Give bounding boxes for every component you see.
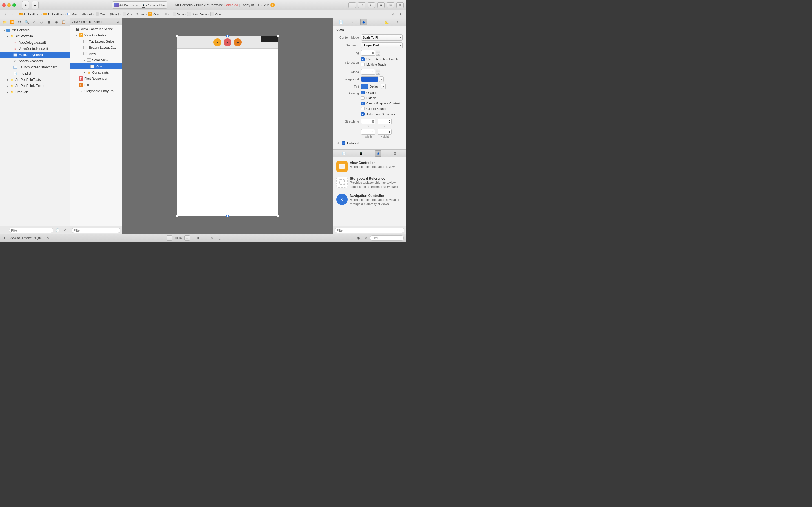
obj-lib-search[interactable]: [335, 228, 404, 233]
insp-identity[interactable]: ◉: [360, 19, 367, 25]
hidden-checkbox[interactable]: [361, 96, 364, 100]
stretch-w-input[interactable]: 1: [361, 129, 375, 135]
canvas[interactable]: ● ● ●: [122, 18, 333, 234]
obj-lib-navcontroller[interactable]: ‹ Navigation Controller A controller tha…: [335, 193, 404, 208]
obj-lib-tab-2[interactable]: 📱: [357, 151, 364, 157]
scene-item-entrypoint[interactable]: → Storyboard Entry Poi...: [70, 88, 122, 94]
bottom-zoom-btn[interactable]: ⬚: [216, 235, 223, 241]
nav-search-icon[interactable]: 🔍: [24, 19, 30, 25]
insp-size[interactable]: 📐: [383, 19, 390, 25]
nav-filter-recent[interactable]: 🕐: [54, 228, 61, 233]
nav-folder-icon[interactable]: 📁: [2, 19, 8, 25]
stop-button[interactable]: ■: [32, 1, 39, 9]
scene-item-scene[interactable]: 🎬 View Controller Scene: [70, 26, 122, 32]
insp-attributes[interactable]: ⊟: [372, 19, 378, 25]
bottom-grid-btn[interactable]: ⊞: [195, 235, 201, 241]
nav-item-artportfolio[interactable]: 📁 Art Portfolio: [0, 33, 70, 40]
bc-view[interactable]: View: [172, 12, 184, 16]
view-as-icon[interactable]: ⊡: [2, 235, 8, 241]
nav-debug-icon[interactable]: ▣: [46, 19, 52, 25]
obj-lib-tab-3[interactable]: ◉: [375, 151, 382, 157]
scene-item-scrollview[interactable]: Scroll View: [70, 57, 122, 63]
run-button[interactable]: ▶: [22, 1, 29, 9]
bc-scroll-view[interactable]: Scroll View: [187, 12, 207, 16]
scene-item-view2[interactable]: View: [70, 63, 122, 69]
semantic-select[interactable]: Unspecified: [361, 42, 403, 48]
tag-input[interactable]: 0: [361, 50, 375, 56]
scene-item-vc[interactable]: V View Controller: [70, 32, 122, 38]
insp-quick-help[interactable]: ?: [349, 19, 356, 25]
bottom-lib-icon-3[interactable]: ◉: [355, 235, 361, 241]
background-dropdown[interactable]: ▼: [379, 76, 384, 82]
view-toggle-1[interactable]: ▣: [377, 2, 385, 8]
installed-checkbox[interactable]: [342, 142, 345, 145]
bc-view-2[interactable]: View: [210, 12, 221, 16]
bottom-lib-icon-2[interactable]: ⊟: [348, 235, 354, 241]
close-button[interactable]: [2, 3, 6, 7]
view-toggle-2[interactable]: ▤: [387, 2, 394, 8]
multiple-touch-checkbox[interactable]: [361, 63, 364, 66]
nav-item-viewcontroller[interactable]: S ViewController.swift: [0, 46, 70, 52]
nav-item-infoplist[interactable]: 📄 Info.plist: [0, 70, 70, 76]
tint-dropdown[interactable]: ▼: [381, 83, 386, 89]
alpha-increment[interactable]: ▲: [376, 69, 380, 72]
bottom-split-btn[interactable]: ⊟: [202, 235, 208, 241]
background-swatch[interactable]: [361, 76, 378, 82]
scene-item-firstresponder[interactable]: F First Responder: [70, 75, 122, 82]
scene-item-constraints[interactable]: ⊞ Constraints: [70, 69, 122, 75]
nav-test-icon[interactable]: ◇: [38, 19, 45, 25]
nav-item-launchscreen[interactable]: LaunchScreen.storyboard: [0, 64, 70, 70]
zoom-in-btn[interactable]: +: [185, 235, 190, 240]
minimize-button[interactable]: [7, 3, 11, 7]
autoresize-checkbox[interactable]: [361, 112, 364, 116]
zoom-out-btn[interactable]: −: [167, 235, 172, 240]
scene-close-btn[interactable]: ✕: [116, 19, 120, 24]
clip-to-bounds-checkbox[interactable]: [361, 107, 364, 110]
insp-connections[interactable]: ⊕: [395, 19, 402, 25]
nav-item-appdelegate[interactable]: S AppDelegate.swift: [0, 40, 70, 46]
nav-add-btn[interactable]: +: [2, 228, 8, 233]
tint-swatch[interactable]: [361, 84, 368, 89]
back-nav[interactable]: ‹: [2, 11, 8, 17]
scene-item-toplayout[interactable]: Top Layout Guide: [70, 38, 122, 45]
nav-item-products[interactable]: 📁 Products: [0, 89, 70, 95]
alpha-input[interactable]: 1: [361, 69, 375, 75]
navigator-search[interactable]: [9, 228, 53, 233]
nav-report-icon[interactable]: 📋: [60, 19, 66, 25]
nav-source-icon[interactable]: 🔀: [9, 19, 15, 25]
content-mode-select[interactable]: Scale To Fill: [361, 34, 403, 41]
user-interaction-checkbox[interactable]: [361, 57, 364, 61]
issue-navigator[interactable]: ⚠: [390, 11, 396, 17]
nav-item-uitests[interactable]: 📁 Art PortfolioUITests: [0, 83, 70, 89]
installed-add-btn[interactable]: +: [336, 141, 340, 145]
stretch-h-input[interactable]: 1: [377, 129, 392, 135]
insp-file-icon[interactable]: 📄: [338, 19, 344, 25]
obj-lib-tab-4[interactable]: ⊟: [392, 151, 399, 157]
forward-nav[interactable]: ›: [9, 11, 15, 17]
nav-issue-icon[interactable]: ⚠: [31, 19, 37, 25]
nav-item-tests[interactable]: 📁 Art PortfolioTests: [0, 76, 70, 83]
tag-decrement[interactable]: ▼: [376, 53, 380, 56]
back-forward[interactable]: ‹ ›: [368, 2, 375, 8]
nav-item-assets[interactable]: 🗂 Assets.xcassets: [0, 58, 70, 64]
nav-symbol-icon[interactable]: ⚙: [16, 19, 22, 25]
obj-lib-tab-1[interactable]: 📄: [340, 151, 347, 157]
bottom-lib-icon-1[interactable]: ⊡: [341, 235, 347, 241]
scheme-selector[interactable]: Art Portfolio ▶ 📱 iPhone 7 Plus: [112, 1, 167, 9]
obj-lib-sbref[interactable]: Storyboard Reference Provides a placehol…: [335, 175, 404, 190]
bc-art-portfolio[interactable]: Art Portfolio: [43, 12, 63, 16]
nav-filter-close[interactable]: ✕: [62, 228, 68, 233]
nav-item-mainstoryboard[interactable]: Main.storyboard: [0, 52, 70, 58]
scene-item-bottomlayout[interactable]: Bottom Layout G...: [70, 45, 122, 51]
bottom-panel-btn[interactable]: ⊠: [209, 235, 215, 241]
bc-view-controller[interactable]: V View...troller: [148, 12, 169, 16]
bc-main-storyboard[interactable]: Main....stboard: [67, 12, 92, 16]
alpha-decrement[interactable]: ▼: [376, 72, 380, 75]
nav-item-root[interactable]: Art Portfolio: [0, 27, 70, 33]
view-toggle-3[interactable]: ▥: [396, 2, 404, 8]
stretch-x-input[interactable]: 0: [361, 119, 375, 124]
opaque-checkbox[interactable]: [361, 91, 364, 94]
bc-view-scene[interactable]: View...Scene: [122, 12, 145, 16]
scene-search[interactable]: [71, 228, 120, 233]
tag-increment[interactable]: ▲: [376, 50, 380, 53]
